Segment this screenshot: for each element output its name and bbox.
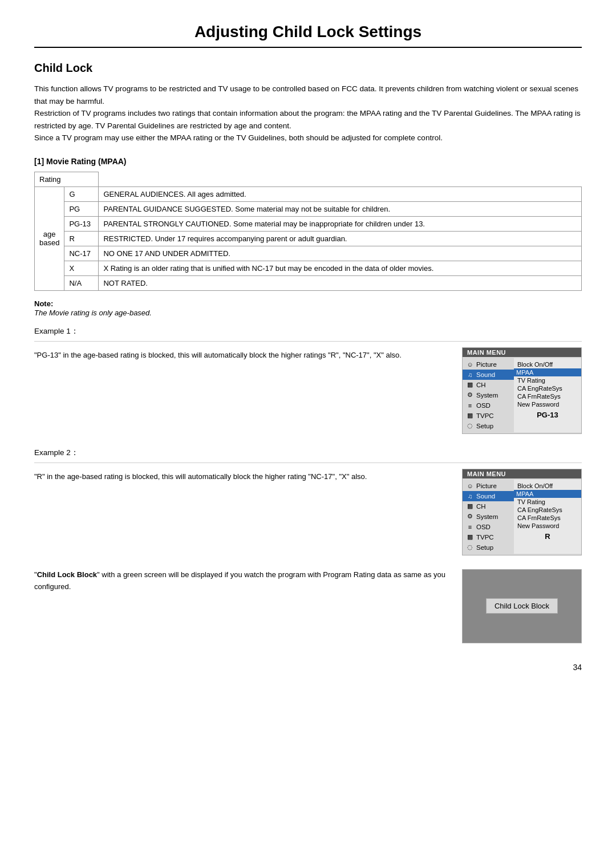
- menu2-right: Block On/Off MPAA TV Rating CA EngRateSy…: [514, 480, 581, 554]
- picture2-icon: ☺: [466, 482, 474, 490]
- note-label: Note:: [34, 299, 53, 308]
- menu1-left: ☺ Picture ♫ Sound ▩ CH ⚙ System: [463, 358, 514, 432]
- example2-menu: MAIN MENU ☺ Picture ♫ Sound ▩ CH: [462, 469, 582, 555]
- ch2-icon: ▩: [466, 502, 474, 510]
- menu2-right-blockonoff[interactable]: Block On/Off: [517, 482, 578, 490]
- table-row: PG-13 PARENTAL STRONGLY CAUTIONED. Some …: [35, 216, 582, 231]
- menu2-right-mpaa[interactable]: MPAA: [514, 490, 581, 498]
- menu2-item-sound[interactable]: ♫ Sound: [463, 491, 514, 501]
- child-lock-block-text: "Child Lock Block" with a green screen w…: [34, 569, 451, 593]
- example2-label: Example 2：: [34, 448, 582, 458]
- menu1-item-picture[interactable]: ☺ Picture: [463, 359, 514, 370]
- intro-text: This function allows TV programs to be r…: [34, 83, 582, 144]
- table-row: R RESTRICTED. Under 17 requires accompan…: [35, 231, 582, 246]
- setup-icon: ◌: [466, 422, 474, 430]
- menu1-right-tvrating[interactable]: TV Rating: [517, 376, 578, 384]
- menu2-right-tvrating[interactable]: TV Rating: [517, 498, 578, 506]
- subsection-title: [1] Movie Rating (MPAA): [34, 157, 582, 166]
- menu1-right-caeng[interactable]: CA EngRateSys: [517, 384, 578, 392]
- table-row: X X Rating is an older rating that is un…: [35, 261, 582, 275]
- page-container: Adjusting Child Lock Settings Child Lock…: [0, 0, 616, 689]
- child-lock-block-section: "Child Lock Block" with a green screen w…: [34, 569, 582, 643]
- sound2-icon: ♫: [466, 492, 474, 500]
- menu2-right-cafrn[interactable]: CA FrnRateSys: [517, 514, 578, 522]
- menu1-item-sound[interactable]: ♫ Sound: [463, 370, 514, 380]
- picture-icon: ☺: [466, 360, 474, 368]
- example1-text: "PG-13" in the age-based rating is block…: [34, 347, 451, 362]
- menu2-left: ☺ Picture ♫ Sound ▩ CH ⚙ System: [463, 480, 514, 554]
- osd2-icon: ≡: [466, 523, 474, 531]
- child-lock-bold: Child Lock Block: [37, 570, 97, 579]
- system2-icon: ⚙: [466, 513, 474, 521]
- page-number: 34: [573, 663, 582, 672]
- menu2-item-ch[interactable]: ▩ CH: [463, 501, 514, 512]
- menu1-item-osd[interactable]: ≡ OSD: [463, 400, 514, 411]
- rating-table: Rating agebased G GENERAL AUDIENCES. All…: [34, 172, 582, 291]
- table-row: agebased G GENERAL AUDIENCES. All ages a…: [35, 186, 582, 201]
- menu1-item-system[interactable]: ⚙ System: [463, 390, 514, 400]
- example1-container: "PG-13" in the age-based rating is block…: [34, 347, 582, 434]
- sound-icon: ♫: [466, 371, 474, 379]
- example1-menu: MAIN MENU ☺ Picture ♫ Sound ▩ CH: [462, 347, 582, 434]
- table-row: N/A NOT RATED.: [35, 275, 582, 290]
- menu1-right-mpaa[interactable]: MPAA: [514, 368, 581, 376]
- table-row: NC-17 NO ONE 17 AND UNDER ADMITTED.: [35, 246, 582, 261]
- tvpc-icon: ▩: [466, 412, 474, 420]
- page-title: Adjusting Child Lock Settings: [34, 23, 582, 48]
- menu2-item-system[interactable]: ⚙ System: [463, 512, 514, 522]
- menu1-item-tvpc[interactable]: ▩ TVPC: [463, 411, 514, 421]
- menu1-right: Block On/Off MPAA TV Rating CA EngRateSy…: [514, 358, 581, 432]
- menu2-right-newpwd[interactable]: New Password: [517, 522, 578, 530]
- menu2-r-value: R: [517, 530, 578, 542]
- example2-text: "R" in the age-based rating is blocked, …: [34, 469, 451, 483]
- menu1-right-newpwd[interactable]: New Password: [517, 400, 578, 408]
- example2-container: "R" in the age-based rating is blocked, …: [34, 469, 582, 555]
- osd-icon: ≡: [466, 401, 474, 409]
- section-title: Child Lock: [34, 62, 582, 75]
- menu2-right-caeng[interactable]: CA EngRateSys: [517, 506, 578, 514]
- menu2-item-tvpc[interactable]: ▩ TVPC: [463, 532, 514, 542]
- menu2-header: MAIN MENU: [463, 469, 581, 478]
- child-lock-block-display: Child Lock Block: [462, 569, 582, 643]
- tvpc2-icon: ▩: [466, 533, 474, 541]
- menu1-item-ch[interactable]: ▩ CH: [463, 380, 514, 390]
- menu2-item-picture[interactable]: ☺ Picture: [463, 481, 514, 491]
- menu1-header: MAIN MENU: [463, 348, 581, 357]
- example1-label: Example 1：: [34, 326, 582, 336]
- system-icon: ⚙: [466, 391, 474, 399]
- menu1-right-blockonoff[interactable]: Block On/Off: [517, 360, 578, 368]
- setup2-icon: ◌: [466, 543, 474, 551]
- menu2-item-setup[interactable]: ◌ Setup: [463, 542, 514, 553]
- table-row: PG PARENTAL GUIDANCE SUGGESTED. Some mat…: [35, 201, 582, 216]
- menu1-pg-value: PG-13: [517, 408, 578, 420]
- menu1-right-cafrn[interactable]: CA FrnRateSys: [517, 392, 578, 400]
- menu2-item-osd[interactable]: ≡ OSD: [463, 522, 514, 532]
- child-lock-block-label: Child Lock Block: [486, 598, 558, 614]
- note-text: The Movie rating is only age-based.: [34, 309, 152, 317]
- note-section: Note: The Movie rating is only age-based…: [34, 299, 582, 317]
- ch-icon: ▩: [466, 381, 474, 389]
- menu1-item-setup[interactable]: ◌ Setup: [463, 421, 514, 431]
